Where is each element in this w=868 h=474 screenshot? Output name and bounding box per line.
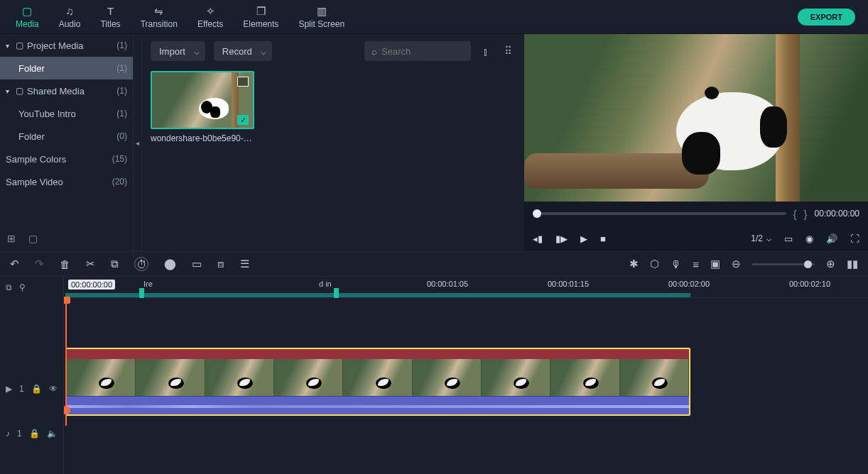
caret-down-icon: ▾ — [6, 42, 16, 50]
speed-icon[interactable]: ⏱ — [134, 257, 148, 271]
tab-split-label: Split Screen — [298, 19, 345, 29]
filter-icon[interactable]: ⫿ — [479, 45, 492, 57]
clip-name: wondershare-b0be5e90-4... — [151, 133, 254, 143]
preview-timecode: 00:00:00:00 — [815, 209, 859, 219]
record-dropdown[interactable]: Record — [214, 41, 272, 61]
tab-media-label: Media — [16, 19, 39, 29]
timeline-ruler[interactable]: 00:00:00:00 Ire d in 00:00:01:05 00:00:0… — [64, 277, 868, 298]
sidebar-item-count: (0) — [116, 131, 127, 141]
undo-icon[interactable]: ↶ — [10, 258, 19, 270]
tab-effects[interactable]: ✧ Effects — [188, 0, 233, 34]
sidebar-item-count: (1) — [116, 86, 127, 96]
zoom-in-icon[interactable]: ⊕ — [826, 258, 835, 270]
lock-icon[interactable]: 🔒 — [29, 429, 40, 439]
display-icon[interactable]: ▭ — [784, 233, 793, 244]
range-in-label: Ire — [143, 280, 153, 288]
fullscreen-icon[interactable]: ⛶ — [850, 233, 859, 244]
preview-viewport[interactable] — [524, 34, 868, 202]
split-icon[interactable]: ✂ — [86, 258, 95, 270]
adjust-icon[interactable]: ☰ — [240, 258, 249, 270]
music-icon: ♫ — [65, 5, 73, 18]
zoom-fit-icon[interactable]: ▮▮ — [847, 258, 858, 270]
tab-elements[interactable]: ❐ Elements — [233, 0, 288, 34]
volume-icon[interactable]: 🔊 — [826, 233, 837, 244]
media-clip[interactable]: ✓ wondershare-b0be5e90-4... — [151, 71, 254, 143]
ruler-tick: 00:00:01:05 — [427, 280, 468, 288]
sidebar-item-label: Folder — [18, 131, 116, 142]
mute-icon[interactable]: 🔈 — [47, 429, 58, 439]
green-screen-icon[interactable]: ▭ — [192, 258, 202, 270]
playback-quality-dropdown[interactable]: 1/2 ⌵ — [751, 233, 771, 243]
color-icon[interactable]: ⬤ — [164, 258, 176, 270]
transition-icon: ⇋ — [154, 5, 163, 18]
ruler-tick: 00:00:02:00 — [668, 280, 710, 288]
sidebar-item-label: Project Media — [27, 40, 116, 51]
stop-button[interactable]: ■ — [600, 233, 606, 244]
delete-icon[interactable]: 🗑 — [60, 258, 70, 270]
sidebar-folder-2[interactable]: Folder (0) — [0, 125, 133, 148]
voiceover-icon[interactable]: 🎙 — [671, 258, 681, 270]
sidebar-item-count: (15) — [112, 154, 127, 164]
sidebar-item-count: (20) — [112, 177, 127, 187]
clip-waveform[interactable] — [67, 396, 689, 416]
sidebar-collapse-handle[interactable]: ◂ — [134, 34, 142, 251]
preview-panel: { } 00:00:00:00 ◂▮ ▮▶ ▶ ■ 1/2 ⌵ ▭ ◉ 🔊 ⛶ — [524, 34, 868, 251]
folder-icon: ▢ — [22, 5, 32, 18]
audio-mixer-icon[interactable]: ≡ — [693, 258, 699, 270]
visibility-icon[interactable]: 👁 — [49, 384, 58, 394]
mark-in-icon[interactable]: { — [793, 208, 797, 220]
lock-icon[interactable]: 🔒 — [31, 384, 42, 394]
export-button[interactable]: EXPORT — [798, 9, 855, 26]
prev-frame-button[interactable]: ◂▮ — [533, 233, 543, 244]
zoom-slider[interactable] — [752, 263, 815, 265]
tab-transition[interactable]: ⇋ Transition — [131, 0, 188, 34]
playhead[interactable] — [65, 298, 67, 426]
tab-audio[interactable]: ♫ Audio — [49, 0, 91, 34]
sidebar-item-label: YouTube Intro — [18, 109, 116, 119]
text-icon: T — [107, 5, 114, 18]
open-folder-icon[interactable]: ▢ — [28, 233, 38, 244]
grid-view-icon[interactable]: ⠿ — [501, 45, 516, 57]
magnet-icon[interactable]: ⚲ — [19, 282, 26, 292]
zoom-knob[interactable] — [804, 260, 812, 268]
play-button[interactable]: ▶ — [580, 233, 587, 244]
crop-icon[interactable]: ⧉ — [111, 258, 119, 270]
scrub-knob[interactable] — [533, 209, 541, 218]
search-box[interactable]: ⌕ — [364, 41, 471, 61]
tab-titles[interactable]: T Titles — [90, 0, 130, 34]
sidebar-folder[interactable]: Folder (1) — [0, 57, 133, 79]
ruler-tick: 00:00:02:10 — [789, 280, 830, 288]
ruler-tick: 00:00:01:15 — [548, 280, 589, 288]
video-badge-icon — [237, 77, 249, 87]
snapshot-icon[interactable]: ◉ — [805, 233, 813, 244]
zoom-out-icon[interactable]: ⊖ — [732, 258, 741, 270]
redo-icon[interactable]: ↷ — [35, 258, 44, 270]
marker-icon[interactable]: ⬡ — [650, 258, 659, 270]
sparkle-icon: ✧ — [206, 5, 215, 18]
keyframe-icon[interactable]: ▣ — [710, 258, 720, 270]
tab-audio-label: Audio — [59, 19, 81, 29]
play-pause-button[interactable]: ▮▶ — [555, 233, 568, 244]
search-input[interactable] — [381, 46, 464, 57]
sidebar-sample-video[interactable]: Sample Video (20) — [0, 170, 133, 193]
used-checkmark-icon: ✓ — [237, 115, 249, 125]
sidebar-shared-media[interactable]: ▾ ▢ Shared Media (1) — [0, 79, 133, 102]
motion-track-icon[interactable]: ⧈ — [217, 258, 224, 270]
sidebar-project-media[interactable]: ▾ ▢ Project Media (1) — [0, 34, 133, 57]
tab-media[interactable]: ▢ Media — [6, 0, 49, 34]
tab-effects-label: Effects — [197, 19, 223, 29]
dropdown-label: Record — [222, 46, 252, 57]
sidebar-sample-colors[interactable]: Sample Colors (15) — [0, 148, 133, 170]
mark-out-icon[interactable]: } — [804, 208, 808, 220]
sidebar-item-label: Folder — [18, 63, 116, 74]
new-folder-icon[interactable]: ⊞ — [7, 233, 16, 244]
mix-icon[interactable]: ✱ — [629, 258, 639, 270]
timeline-clip[interactable]: ▶wondershare-b0be5e90... — [65, 348, 690, 416]
import-dropdown[interactable]: Import — [151, 41, 205, 61]
tab-split-screen[interactable]: ▥ Split Screen — [288, 0, 354, 34]
video-track-number: 1 — [19, 384, 24, 394]
clip-thumbnail[interactable]: ✓ — [151, 71, 254, 129]
sidebar-youtube-intro[interactable]: YouTube Intro (1) — [0, 102, 133, 125]
scrub-track[interactable] — [533, 212, 786, 215]
link-toggle-icon[interactable]: ⧉ — [6, 282, 12, 292]
